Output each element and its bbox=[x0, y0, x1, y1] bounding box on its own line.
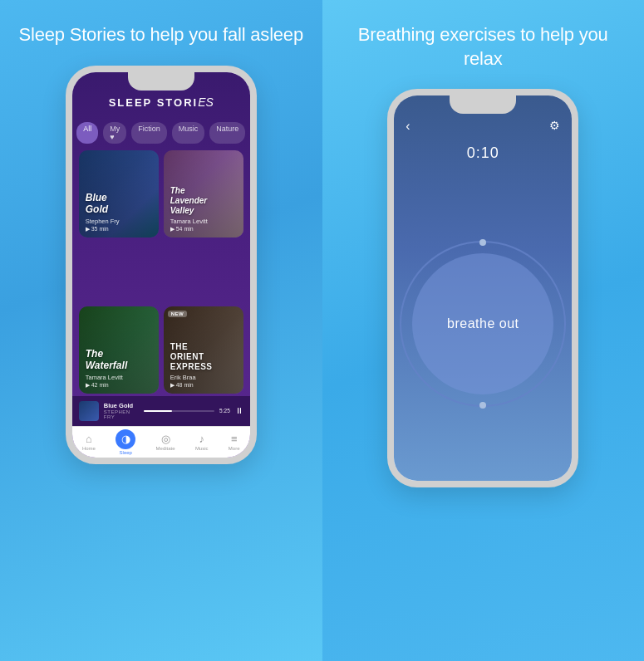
left-panel: Sleep Stories to help you fall asleep SL… bbox=[0, 0, 322, 661]
story-duration-orient: ▶ 48 min bbox=[170, 382, 237, 389]
nav-more[interactable]: ≡ More bbox=[229, 433, 240, 451]
nav-sleep[interactable]: ◑ Sleep bbox=[116, 429, 135, 455]
nav-home-label: Home bbox=[82, 446, 96, 451]
story-duration-blue-gold: ▶ 35 min bbox=[86, 226, 152, 233]
bottom-nav: ⌂ Home ◑ Sleep ◎ Meditate ♪ Music bbox=[72, 426, 250, 458]
phone-notch-right bbox=[450, 95, 516, 114]
nav-more-label: More bbox=[229, 446, 240, 451]
nav-music[interactable]: ♪ Music bbox=[195, 433, 209, 451]
story-title-orient: THEORIENTEXPRESS bbox=[170, 342, 237, 372]
progress-fill bbox=[144, 410, 172, 412]
story-title-blue-gold: BlueGold bbox=[86, 192, 152, 216]
meditate-icon: ◎ bbox=[161, 433, 170, 445]
filter-fiction[interactable]: Fiction bbox=[131, 122, 167, 144]
breathing-circle-container: breathe out bbox=[394, 166, 572, 481]
circle-dot-bottom bbox=[479, 402, 486, 409]
now-playing-info: Blue Gold STEPHEN FRY bbox=[104, 402, 139, 419]
story-content-waterfall: TheWaterfall Tamara Levitt ▶ 42 min bbox=[79, 343, 159, 394]
story-content-orient: THEORIENTEXPRESS Erik Braa ▶ 48 min bbox=[164, 337, 243, 394]
left-phone: SLEEP STORIes All My ♥ Fiction Music Nat… bbox=[66, 66, 257, 464]
breathing-screen: ‹ ⚙ 0:10 breathe out bbox=[394, 95, 572, 481]
filter-music[interactable]: Music bbox=[172, 122, 205, 144]
story-title-lavender: TheLavenderValley bbox=[170, 186, 237, 216]
circle-dot-top bbox=[479, 239, 486, 246]
sleep-icon: ◑ bbox=[116, 429, 135, 449]
right-phone-screen: ‹ ⚙ 0:10 breathe out bbox=[394, 95, 572, 481]
music-icon: ♪ bbox=[199, 433, 204, 445]
filter-all[interactable]: All bbox=[76, 122, 98, 144]
nav-home[interactable]: ⌂ Home bbox=[82, 433, 96, 451]
filter-nature[interactable]: Nature bbox=[209, 122, 245, 144]
now-playing-bar[interactable]: Blue Gold STEPHEN FRY 5:25 ⏸ bbox=[72, 396, 250, 426]
filter-tabs: All My ♥ Fiction Music Nature bbox=[72, 115, 250, 150]
more-icon: ≡ bbox=[231, 433, 238, 445]
nav-sleep-label: Sleep bbox=[120, 450, 132, 455]
right-panel-title: Breathing exercises to help you relax bbox=[339, 23, 628, 71]
back-button[interactable]: ‹ bbox=[406, 119, 410, 134]
pause-button[interactable]: ⏸ bbox=[235, 406, 243, 415]
story-author-blue-gold: Stephen Fry bbox=[86, 218, 152, 225]
now-playing-author: STEPHEN FRY bbox=[104, 409, 139, 419]
new-badge: NEW bbox=[168, 311, 188, 317]
breathe-out-text: breathe out bbox=[447, 316, 519, 331]
breathing-timer: 0:10 bbox=[394, 140, 572, 166]
left-panel-title: Sleep Stories to help you fall asleep bbox=[19, 23, 303, 47]
story-duration-lavender: ▶ 54 min bbox=[170, 226, 237, 233]
nav-meditate[interactable]: ◎ Meditate bbox=[156, 433, 175, 451]
sleep-stories-title: SLEEP STORIes bbox=[81, 95, 242, 109]
progress-bar bbox=[144, 410, 214, 412]
story-card-waterfall[interactable]: TheWaterfall Tamara Levitt ▶ 42 min bbox=[79, 306, 159, 394]
story-content-lavender: TheLavenderValley Tamara Levitt ▶ 54 min bbox=[164, 181, 243, 237]
breathing-inner-circle: breathe out bbox=[412, 253, 553, 394]
now-playing-time: 5:25 bbox=[219, 408, 230, 414]
story-author-orient: Erik Braa bbox=[170, 374, 237, 381]
now-playing-thumbnail bbox=[79, 401, 99, 421]
right-phone: ‹ ⚙ 0:10 breathe out bbox=[387, 89, 578, 487]
story-title-waterfall: TheWaterfall bbox=[86, 348, 152, 372]
story-card-lavender[interactable]: TheLavenderValley Tamara Levitt ▶ 54 min bbox=[164, 150, 243, 237]
story-content-blue-gold: BlueGold Stephen Fry ▶ 35 min bbox=[79, 187, 159, 237]
filter-my[interactable]: My ♥ bbox=[103, 122, 126, 144]
story-author-waterfall: Tamara Levitt bbox=[86, 374, 152, 381]
story-card-blue-gold[interactable]: BlueGold Stephen Fry ▶ 35 min bbox=[79, 150, 159, 237]
phone-notch-left bbox=[128, 72, 194, 91]
home-icon: ⌂ bbox=[86, 433, 92, 445]
nav-meditate-label: Meditate bbox=[156, 446, 175, 451]
story-duration-waterfall: ▶ 42 min bbox=[86, 382, 152, 389]
nav-music-label: Music bbox=[195, 446, 209, 451]
right-panel: Breathing exercises to help you relax ‹ … bbox=[322, 0, 645, 661]
story-author-lavender: Tamara Levitt bbox=[170, 218, 237, 225]
now-playing-title: Blue Gold bbox=[104, 402, 139, 409]
left-phone-screen: SLEEP STORIes All My ♥ Fiction Music Nat… bbox=[72, 72, 250, 458]
settings-button[interactable]: ⚙ bbox=[549, 119, 560, 134]
story-card-orient[interactable]: NEW THEORIENTEXPRESS Erik Braa ▶ 48 min bbox=[164, 306, 243, 394]
now-playing-progress bbox=[144, 410, 214, 412]
breathing-outer-circle: breathe out bbox=[400, 241, 566, 407]
